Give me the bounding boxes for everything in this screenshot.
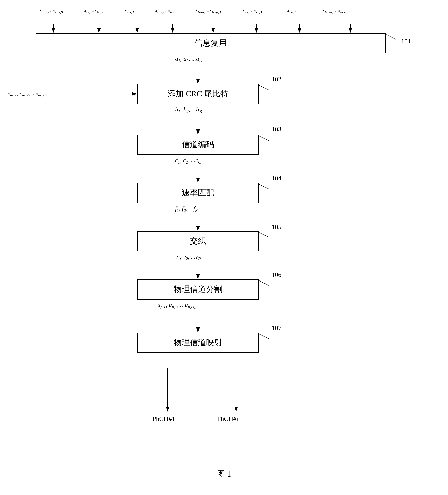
ref-106-pointer: 106 (272, 271, 281, 279)
ref-103-pointer: 103 (272, 126, 281, 133)
box-101-label: 信息复用 (194, 38, 227, 49)
box-106: 物理信道分割 (137, 279, 259, 300)
box-106-label: 物理信道分割 (174, 284, 222, 295)
input-label-hap: xhap,1..xhap,3 (195, 7, 221, 14)
ref-102-pointer: 102 (272, 76, 281, 83)
box-101: 信息复用 (36, 33, 386, 53)
left-input-label: xue,1, xue,2, ...xue,16 (8, 90, 47, 97)
input-label-tbs: xtbs,1..xtbs,6 (155, 7, 178, 14)
var-label-cd: c1, c2, ...cC (175, 157, 201, 165)
box-104: 速率匹配 (137, 183, 259, 203)
ref-107-pointer: 107 (272, 324, 281, 332)
ref-101: 101 (401, 38, 411, 45)
box-105: 交织 (137, 231, 259, 251)
var-label-bc: b1, b2, ...bB (175, 106, 202, 114)
input-label-rv: xrv,1..xrv,3 (242, 7, 262, 14)
box-107-label: 物理信道映射 (174, 337, 222, 348)
box-102: 添加 CRC 尾比特 (137, 84, 259, 104)
box-103: 信道编码 (137, 135, 259, 155)
box-105-label: 交织 (190, 236, 206, 247)
ref-104-pointer: 104 (272, 175, 281, 182)
var-label-de: f1, f2, ...fR (175, 205, 198, 213)
ref-105-pointer: 105 (272, 223, 281, 231)
var-label-ef: v1, v2, ...vR (175, 253, 201, 261)
figure-label: 图 1 (217, 469, 231, 480)
input-label-hcsn: xhcsn,1..xhcsn,3 (322, 7, 350, 14)
box-103-label: 信道编码 (182, 139, 214, 150)
svg-line-21 (386, 34, 396, 39)
var-label-fg: up,1, up,2, ...up,Up (157, 302, 196, 310)
svg-line-23 (259, 136, 269, 141)
phch1-label: PhCH#1 (152, 415, 175, 423)
box-104-label: 速率匹配 (182, 187, 214, 199)
phchn-label: PhCH#n (217, 415, 240, 423)
input-label-ms: xms,1 (124, 7, 134, 14)
input-label-ccs: xccs,1..xccs,8 (39, 7, 63, 14)
var-label-ab: a1, a2, ...aA (175, 55, 202, 63)
svg-line-22 (259, 85, 269, 90)
svg-line-27 (259, 334, 269, 339)
diagram-container: xccs,1..xccs,8 xts,1..xts,5 xms,1 xtbs,1… (0, 0, 448, 495)
input-label-ts: xts,1..xts,5 (84, 7, 103, 14)
svg-line-24 (259, 184, 269, 189)
svg-line-26 (259, 280, 269, 286)
input-label-nd: xnd,1 (287, 7, 296, 14)
box-102-label: 添加 CRC 尾比特 (168, 88, 228, 100)
box-107: 物理信道映射 (137, 333, 259, 353)
svg-line-25 (259, 232, 269, 237)
